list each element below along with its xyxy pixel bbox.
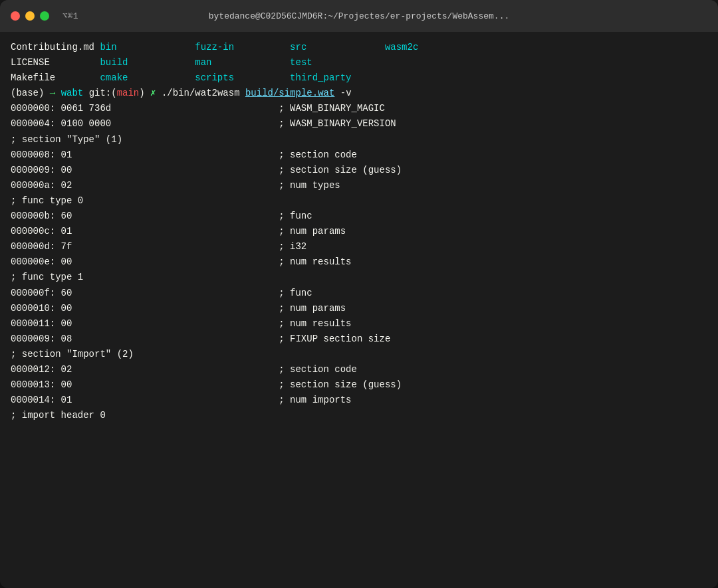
terminal-text: 000000e: 00 xyxy=(11,254,279,270)
terminal-line: 000000c: 01 ; num params xyxy=(11,224,707,239)
terminal-text: main xyxy=(117,86,140,101)
terminal-text: ./bin/wat2wasm xyxy=(156,86,245,101)
terminal-line: (base) → wabt git:(main) ✗ ./bin/wat2was… xyxy=(11,86,707,101)
terminal-text: fuzz-in xyxy=(195,40,290,55)
terminal-text: ; section code xyxy=(279,362,357,377)
terminal-text: ✗ xyxy=(150,86,156,101)
terminal-text: man xyxy=(195,55,290,70)
terminal-text: bin xyxy=(100,40,195,55)
terminal-line: 0000014: 01 ; num imports xyxy=(11,393,707,408)
terminal-text: 000000f: 60 xyxy=(11,286,279,301)
terminal-line: 000000b: 60 ; func xyxy=(11,209,707,224)
terminal-text: 000000d: 7f xyxy=(11,239,279,254)
terminal-text: 0000009: 08 xyxy=(11,332,279,347)
close-button[interactable] xyxy=(11,11,20,21)
terminal-text: 000000c: 01 xyxy=(11,224,279,239)
maximize-button[interactable] xyxy=(40,11,49,21)
terminal-text: build xyxy=(100,55,195,70)
terminal-line: ; section "Type" (1) xyxy=(11,132,707,147)
terminal-text: test xyxy=(290,55,312,70)
terminal-line: ; func type 1 xyxy=(11,270,707,285)
terminal-line: Makefile cmake scripts third_party xyxy=(11,70,707,86)
terminal-text: ; func type 0 xyxy=(11,193,83,209)
terminal-text: 0000014: 01 xyxy=(11,393,279,408)
terminal-line: 0000008: 01 ; section code xyxy=(11,147,707,163)
terminal-line: LICENSE build man test xyxy=(11,55,707,70)
title-bar: ⌥⌘1 bytedance@C02D56CJMD6R:~/Projectes/e… xyxy=(0,0,718,32)
terminal-line: 0000009: 00 ; section size (guess) xyxy=(11,163,707,178)
terminal-line: 0000012: 02 ; section code xyxy=(11,362,707,377)
terminal-text: ; num results xyxy=(279,316,351,332)
traffic-lights xyxy=(11,11,49,21)
terminal-text: third_party xyxy=(290,70,351,86)
terminal-line: ; section "Import" (2) xyxy=(11,347,707,362)
terminal-text: git:( xyxy=(89,86,117,101)
terminal-text: ; num params xyxy=(279,301,346,316)
terminal-text: 0000010: 00 xyxy=(11,301,279,316)
terminal-text: ) xyxy=(139,86,150,101)
terminal-text: Contributing.md xyxy=(11,40,100,55)
terminal-content[interactable]: Contributing.md bin fuzz-in src wasm2cLI… xyxy=(0,32,718,588)
minimize-button[interactable] xyxy=(25,11,35,21)
terminal-text: ; num results xyxy=(279,254,351,270)
terminal-line: 0000011: 00 ; num results xyxy=(11,316,707,332)
terminal-text: 0000008: 01 xyxy=(11,147,279,163)
terminal-text: 0000012: 02 xyxy=(11,362,279,377)
terminal-text: ; section "Type" (1) xyxy=(11,132,122,147)
terminal-line: 000000e: 00 ; num results xyxy=(11,254,707,270)
terminal-line: 0000009: 08 ; FIXUP section size xyxy=(11,332,707,347)
terminal-text: ; section "Import" (2) xyxy=(11,347,134,362)
terminal-window: ⌥⌘1 bytedance@C02D56CJMD6R:~/Projectes/e… xyxy=(0,0,718,588)
terminal-text: ; section code xyxy=(279,147,357,163)
terminal-text: 000000a: 02 xyxy=(11,178,279,193)
terminal-text: ; WASM_BINARY_MAGIC xyxy=(279,101,385,116)
terminal-text: ; i32 xyxy=(279,239,306,254)
terminal-text: ; num imports xyxy=(279,393,351,408)
terminal-text: scripts xyxy=(195,70,290,86)
terminal-text: ; func xyxy=(279,209,312,224)
terminal-line: 000000d: 7f ; i32 xyxy=(11,239,707,254)
terminal-text: ; WASM_BINARY_VERSION xyxy=(279,116,396,132)
terminal-text: ; num params xyxy=(279,224,346,239)
terminal-line: ; func type 0 xyxy=(11,193,707,209)
terminal-text: 0000013: 00 xyxy=(11,377,279,393)
shortcut-label: ⌥⌘1 xyxy=(62,11,78,21)
terminal-text: 0000000: 0061 736d xyxy=(11,101,279,116)
terminal-text: 000000b: 60 xyxy=(11,209,279,224)
terminal-line: 0000013: 00 ; section size (guess) xyxy=(11,377,707,393)
terminal-line: 0000004: 0100 0000 ; WASM_BINARY_VERSION xyxy=(11,116,707,132)
terminal-text: 0000009: 00 xyxy=(11,163,279,178)
terminal-text: ; section size (guess) xyxy=(279,163,402,178)
terminal-text: (base) xyxy=(11,86,50,101)
terminal-line: 000000f: 60 ; func xyxy=(11,286,707,301)
terminal-text: src xyxy=(290,40,385,55)
terminal-text: wabt xyxy=(61,86,89,101)
window-title: bytedance@C02D56CJMD6R:~/Projectes/er-pr… xyxy=(209,11,509,21)
terminal-text: ; num types xyxy=(279,178,340,193)
terminal-text: build/simple.wat xyxy=(245,86,334,101)
terminal-line: 0000000: 0061 736d ; WASM_BINARY_MAGIC xyxy=(11,101,707,116)
terminal-text: ; func type 1 xyxy=(11,270,83,285)
terminal-text: ; func xyxy=(279,286,312,301)
terminal-line: Contributing.md bin fuzz-in src wasm2c xyxy=(11,40,707,55)
terminal-text: → xyxy=(50,86,61,101)
terminal-line: 000000a: 02 ; num types xyxy=(11,178,707,193)
terminal-text: 0000011: 00 xyxy=(11,316,279,332)
terminal-text: 0000004: 0100 0000 xyxy=(11,116,279,132)
terminal-text: ; FIXUP section size xyxy=(279,332,390,347)
terminal-text: ; import header 0 xyxy=(11,408,106,423)
terminal-text: Makefile xyxy=(11,70,100,86)
terminal-text: -v xyxy=(334,86,351,101)
terminal-text: wasm2c xyxy=(385,40,418,55)
terminal-text: cmake xyxy=(100,70,195,86)
terminal-line: ; import header 0 xyxy=(11,408,707,423)
terminal-line: 0000010: 00 ; num params xyxy=(11,301,707,316)
terminal-text: LICENSE xyxy=(11,55,100,70)
terminal-text: ; section size (guess) xyxy=(279,377,402,393)
